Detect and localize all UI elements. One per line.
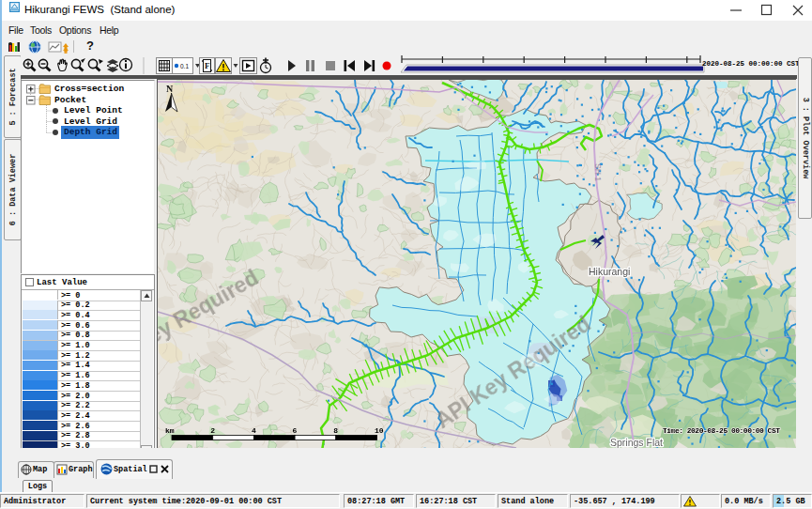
svg-text:Hikurangi: Hikurangi bbox=[589, 266, 630, 277]
svg-text:0.1: 0.1 bbox=[180, 63, 189, 69]
svg-text:6: 6 bbox=[293, 426, 298, 435]
svg-text:10: 10 bbox=[375, 426, 384, 435]
svg-text:8: 8 bbox=[333, 426, 338, 435]
svg-text:F: F bbox=[205, 61, 210, 70]
svg-text:km: km bbox=[165, 426, 175, 435]
svg-text:Springs Flat: Springs Flat bbox=[610, 437, 663, 448]
svg-text:4: 4 bbox=[252, 426, 256, 435]
svg-text:N: N bbox=[166, 84, 174, 94]
svg-text:Time: 2020-08-25 00:00:00 CST: Time: 2020-08-25 00:00:00 CST bbox=[663, 426, 780, 435]
svg-text:SH 1: SH 1 bbox=[593, 163, 603, 181]
svg-text:2: 2 bbox=[210, 426, 215, 435]
